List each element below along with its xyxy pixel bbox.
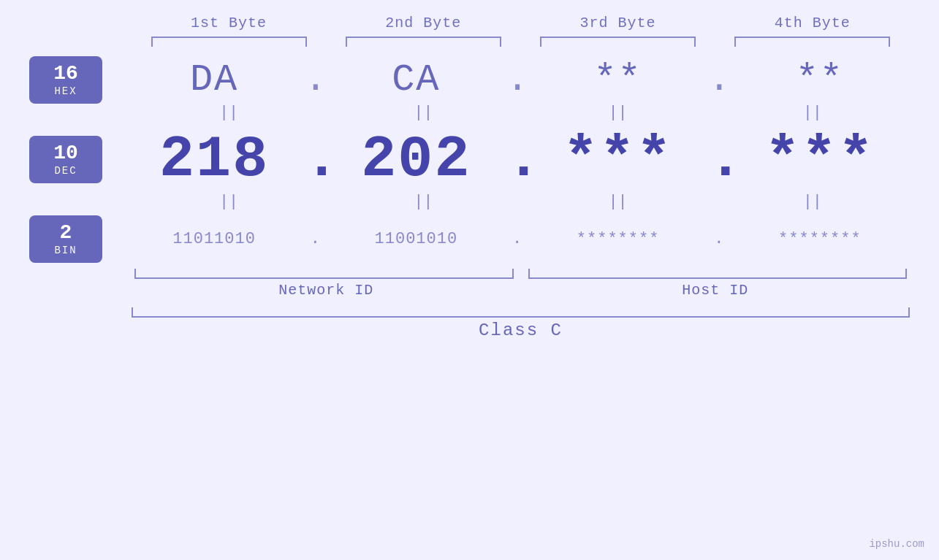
bin-byte-2: 11001010 (326, 230, 506, 248)
dec-byte-3: *** (528, 126, 708, 193)
network-id-label: Network ID (132, 282, 521, 299)
hex-byte-4: ** (730, 58, 910, 101)
hex-label: 16 HEX (29, 56, 102, 104)
col-header-3: 3rd Byte (521, 15, 715, 31)
bin-byte-3: ******** (528, 230, 708, 248)
mid-brackets (29, 269, 910, 279)
bin-row: 2 BIN 11011010 . 11001010 . ******** . *… (29, 215, 910, 263)
eq-2-4: || (715, 194, 910, 210)
bracket-4 (715, 34, 910, 49)
hex-dot-1: . (304, 58, 326, 101)
hex-byte-1: DA (124, 58, 304, 101)
bin-label-num: 2 (60, 222, 72, 245)
dec-byte-1: 218 (124, 126, 304, 193)
eq-1-2: || (326, 105, 520, 121)
dec-byte-2: 202 (326, 126, 506, 193)
host-id-label: Host ID (521, 282, 911, 299)
equals-row-2: || || || || (29, 194, 910, 210)
bin-label: 2 BIN (29, 215, 102, 263)
eq-2-3: || (521, 194, 715, 210)
main-container: 1st Byte 2nd Byte 3rd Byte 4th Byte 16 H… (0, 0, 939, 560)
column-headers: 1st Byte 2nd Byte 3rd Byte 4th Byte (29, 0, 910, 31)
bracket-1 (132, 34, 326, 49)
network-bracket (134, 269, 514, 279)
equals-row-1: || || || || (29, 105, 910, 121)
mid-labels: Network ID Host ID (29, 282, 910, 299)
dec-content: 218 . 202 . *** . *** (124, 126, 910, 193)
watermark: ipshu.com (869, 538, 924, 550)
dec-dot-1: . (304, 126, 326, 193)
host-bracket (528, 269, 908, 279)
class-bracket-row (29, 307, 910, 318)
class-label-row: Class C (29, 321, 910, 340)
dec-label-base: DEC (54, 165, 77, 177)
bracket-2 (326, 34, 520, 49)
eq-2-2: || (326, 194, 520, 210)
dec-byte-4: *** (730, 126, 910, 193)
class-label: Class C (132, 321, 910, 340)
bin-byte-1: 11011010 (124, 230, 304, 248)
eq-1-4: || (715, 105, 910, 121)
col-header-2: 2nd Byte (326, 15, 520, 31)
hex-byte-3: ** (528, 58, 708, 101)
col-header-4: 4th Byte (715, 15, 910, 31)
bin-dot-3: . (708, 230, 730, 248)
hex-dot-3: . (708, 58, 730, 101)
class-bracket (132, 307, 910, 318)
dec-dot-2: . (506, 126, 528, 193)
top-brackets (29, 34, 910, 49)
dec-row: 10 DEC 218 . 202 . *** . *** (29, 126, 910, 193)
hex-label-base: HEX (54, 85, 77, 97)
eq-2-1: || (132, 194, 326, 210)
bin-content: 11011010 . 11001010 . ******** . *******… (124, 230, 910, 248)
hex-label-num: 16 (53, 63, 78, 85)
bin-dot-1: . (304, 230, 326, 248)
hex-row: 16 HEX DA . CA . ** . ** (29, 56, 910, 104)
col-header-1: 1st Byte (132, 15, 326, 31)
bin-byte-4: ******** (730, 230, 910, 248)
dec-label-num: 10 (53, 142, 78, 165)
hex-dot-2: . (506, 58, 528, 101)
hex-content: DA . CA . ** . ** (124, 58, 910, 101)
hex-byte-2: CA (326, 58, 506, 101)
dec-dot-3: . (708, 126, 730, 193)
dec-label: 10 DEC (29, 136, 102, 183)
eq-1-1: || (132, 105, 326, 121)
bracket-3 (521, 34, 715, 49)
eq-1-3: || (521, 105, 715, 121)
bin-dot-2: . (506, 230, 528, 248)
bin-label-base: BIN (54, 245, 77, 256)
